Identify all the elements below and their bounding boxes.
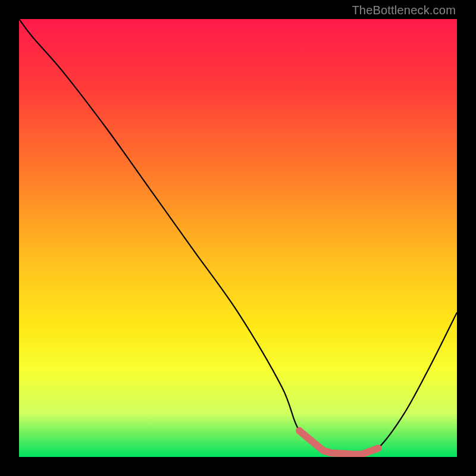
bottleneck-curve-svg: [19, 19, 457, 457]
watermark-text: TheBottleneck.com: [352, 4, 456, 17]
bottleneck-curve-line: [19, 19, 457, 456]
optimal-range-marker: [299, 431, 378, 455]
chart-container: TheBottleneck.com: [0, 0, 476, 476]
